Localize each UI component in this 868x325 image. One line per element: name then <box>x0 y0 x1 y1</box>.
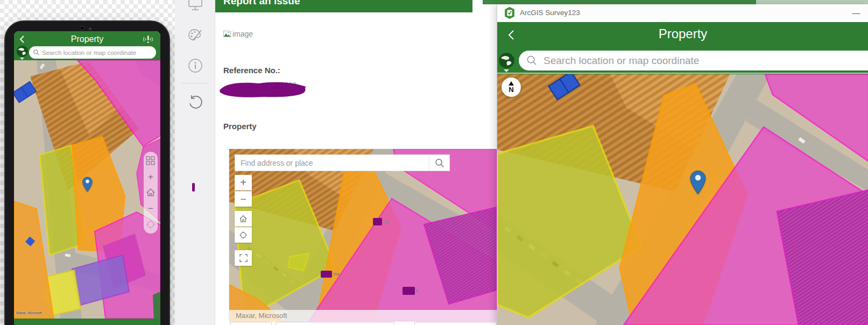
map-pin-icon <box>82 176 93 193</box>
fullscreen-icon <box>239 254 248 262</box>
map-search-input[interactable] <box>235 155 429 171</box>
locate-button[interactable] <box>235 227 252 243</box>
phone-search-bar[interactable] <box>29 46 156 59</box>
toolbar-divider <box>181 83 209 83</box>
phone-sensor-icon <box>89 27 91 30</box>
map-attribution: Maxar, Microsoft <box>229 310 497 321</box>
window-titlebar: ArcGIS Survey123 — <box>497 4 868 22</box>
search-icon <box>435 158 444 168</box>
phone-search-input[interactable] <box>29 46 156 59</box>
phone-globe-caret-icon <box>20 58 24 60</box>
fullscreen-button[interactable] <box>235 250 252 266</box>
map-search-button[interactable] <box>429 155 449 171</box>
redaction-blob <box>373 218 382 225</box>
phone-mockup: Property <box>4 20 170 325</box>
map-pin-icon <box>690 170 706 195</box>
map-search-bar[interactable] <box>235 154 450 171</box>
minimize-button[interactable]: — <box>848 5 864 19</box>
info-icon[interactable] <box>187 57 204 74</box>
location-signal-warning-icon <box>142 33 154 45</box>
broken-image-row: image <box>223 30 253 38</box>
broken-image-alt-text: image <box>232 30 253 38</box>
search-row-divider <box>497 73 868 74</box>
phone-map-toolbar: + − <box>144 152 158 234</box>
phone-globe-icon[interactable] <box>16 45 29 58</box>
zoom-out-button[interactable]: − <box>235 191 252 207</box>
window-search-bar[interactable] <box>519 51 868 70</box>
form-map-widget[interactable]: + − 019 20A 8 Maxar, Micr <box>229 149 497 321</box>
form-preview-panel: Report an issue image Reference No.: 11-… <box>215 0 497 325</box>
undo-icon[interactable] <box>187 94 204 111</box>
redaction-scribble <box>218 80 309 100</box>
compass-needle-icon <box>509 81 514 86</box>
search-icon <box>33 49 40 56</box>
parcel-label: 019 <box>383 220 389 224</box>
parcel-label: 8 <box>416 289 418 293</box>
phone-page-title: Property <box>14 34 160 44</box>
designer-toolbar <box>175 0 215 325</box>
globe-caret-icon <box>504 69 509 72</box>
home-icon <box>239 215 248 223</box>
screenshot-canvas: Property <box>0 0 868 325</box>
survey123-window: ArcGIS Survey123 — Property <box>497 4 868 325</box>
coordinate-field[interactable] <box>276 322 394 325</box>
form-header: Report an issue <box>215 0 472 12</box>
background-strip-green <box>483 0 756 4</box>
zoom-out-button[interactable]: − <box>146 204 156 214</box>
home-button[interactable] <box>235 211 252 227</box>
zoom-in-button[interactable]: + <box>146 172 156 182</box>
redaction-blob <box>321 271 332 278</box>
window-app-title: ArcGIS Survey123 <box>520 9 580 17</box>
display-preview-icon[interactable] <box>187 0 204 13</box>
broken-image-icon <box>223 31 231 38</box>
phone-map[interactable]: + − Maxar, Microsoft <box>14 60 160 319</box>
window-globe-icon[interactable] <box>498 52 515 69</box>
home-icon[interactable] <box>146 188 156 197</box>
window-page-title: Property <box>497 26 868 41</box>
locate-icon[interactable] <box>146 220 156 229</box>
window-search-input[interactable] <box>519 51 868 70</box>
phone-camera-icon <box>80 26 84 31</box>
window-map[interactable]: N <box>497 74 868 325</box>
compass-button[interactable]: N <box>502 77 521 97</box>
reference-label: Reference No.: <box>223 66 280 75</box>
theme-palette-icon[interactable] <box>187 27 204 44</box>
window-map-graphic <box>497 74 868 325</box>
coordinate-field[interactable] <box>230 322 272 325</box>
parcel-label: 20A <box>333 272 340 276</box>
background-strip-sage <box>756 0 868 4</box>
search-icon <box>526 55 538 66</box>
redaction-mark-small <box>192 183 195 192</box>
property-field-label: Property <box>223 122 257 131</box>
compass-label: N <box>509 86 513 93</box>
basemap-grid-icon[interactable] <box>146 156 156 166</box>
survey123-logo-icon <box>504 7 516 19</box>
zoom-in-button[interactable]: + <box>235 175 252 190</box>
redaction-blob <box>403 287 415 295</box>
window-search-row <box>497 48 868 74</box>
window-page-header: Property <box>497 22 868 48</box>
form-map-graphic <box>229 149 497 321</box>
map-attribution: Maxar, Microsoft <box>16 311 42 315</box>
phone-screen: Property <box>14 31 160 325</box>
locate-icon <box>239 231 248 239</box>
phone-bottom-bar <box>14 319 160 325</box>
coordinate-field[interactable] <box>414 322 497 325</box>
form-header-title: Report an issue <box>223 0 300 7</box>
